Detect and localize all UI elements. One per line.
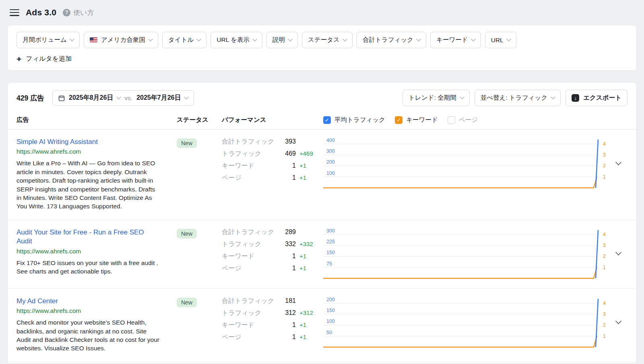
ad-row: My Ad Center https://www.ahrefs.com Chec… [8, 289, 636, 362]
svg-text:2: 2 [603, 253, 606, 259]
menu-icon[interactable] [10, 9, 19, 16]
chart-legend: ✓ 平均トラフィック ✓ キーワード ページ [323, 116, 609, 124]
results-count: 429 広告 [17, 93, 44, 103]
metric-value: 332 [277, 241, 296, 248]
metric-label: トラフィック [222, 309, 261, 317]
filter-keyword[interactable]: キーワード [430, 32, 481, 48]
svg-text:3: 3 [603, 311, 606, 317]
expand-row-button[interactable] [609, 297, 627, 348]
metric-value: 312 [277, 309, 296, 317]
toolbar-right: トレンド: 全期間 並べ替え: トラフィック ↓ エクスポート [402, 90, 627, 106]
svg-text:1: 1 [603, 264, 606, 270]
column-header-ad: 広告 [17, 116, 177, 124]
svg-text:150: 150 [326, 250, 335, 255]
metric-label: ページ [222, 264, 242, 273]
metric-label: キーワード [222, 162, 254, 170]
chevron-down-icon [460, 95, 464, 99]
plus-icon: + [17, 55, 21, 63]
metric-value: 1 [277, 174, 296, 181]
checkbox-keywords[interactable]: ✓ [395, 116, 402, 124]
legend-avg-traffic[interactable]: ✓ 平均トラフィック [323, 116, 385, 124]
filter-title[interactable]: タイトル [162, 32, 206, 48]
checkbox-pages[interactable] [448, 116, 455, 124]
column-header-status: ステータス [177, 116, 222, 124]
metric-delta: +1 [296, 333, 318, 340]
help-link[interactable]: ? 使い方 [63, 8, 94, 17]
ad-url: https://www.ahrefs.com [17, 248, 160, 255]
top-bar: Ads 3.0 ? 使い方 [0, 0, 644, 25]
metric-delta: +469 [296, 150, 318, 157]
metric-delta: +1 [296, 174, 318, 181]
metric-label: キーワード [222, 321, 254, 329]
date-to[interactable]: 2025年7月26日 [136, 94, 181, 102]
svg-text:200: 200 [326, 159, 335, 165]
performance-metrics: 合計トラフィック289 トラフィック332+332 キーワード1+1 ページ1+… [222, 228, 323, 276]
filter-status[interactable]: ステータス [302, 32, 353, 48]
ad-title-link[interactable]: Simple AI Writing Assistant [17, 138, 160, 146]
trend-select[interactable]: トレンド: 全期間 [402, 90, 470, 106]
metric-label: 合計トラフィック [222, 297, 274, 305]
svg-text:150: 150 [326, 308, 335, 313]
column-header-performance: パフォーマンス [222, 116, 323, 124]
svg-text:3: 3 [603, 152, 606, 158]
metric-value: 1 [277, 162, 296, 169]
ad-title-link[interactable]: Audit Your Site for Free - Run a Free SE… [17, 228, 160, 246]
metric-delta: +1 [296, 253, 318, 259]
date-range-picker[interactable]: 2025年8月26日 vs. 2025年7月26日 [52, 90, 194, 106]
metric-delta: +332 [296, 241, 318, 247]
metric-value: 289 [277, 228, 296, 236]
chevron-down-icon [551, 95, 555, 99]
filter-url[interactable]: URL [485, 32, 516, 48]
svg-text:4: 4 [603, 232, 606, 237]
date-from[interactable]: 2025年8月26日 [69, 94, 113, 102]
sort-select[interactable]: 並べ替え: トラフィック [475, 90, 561, 106]
chevron-down-icon [615, 318, 621, 325]
svg-text:300: 300 [326, 148, 335, 154]
metric-value: 1 [277, 321, 296, 329]
performance-metrics: 合計トラフィック181 トラフィック312+312 キーワード1+1 ページ1+… [222, 297, 323, 345]
metric-delta: +1 [296, 162, 318, 169]
export-button[interactable]: ↓ エクスポート [566, 90, 627, 106]
filter-display-url[interactable]: URL を表示 [211, 32, 262, 48]
filter-row: 月間ボリューム アメリカ合衆国 タイトル URL を表示 説明 ステータス 合計… [17, 32, 627, 48]
status-badge: New [177, 138, 197, 148]
metric-delta: +312 [296, 309, 318, 316]
metric-value: 1 [277, 253, 296, 260]
add-filter-button[interactable]: + フィルタを追加 [17, 55, 72, 63]
chevron-down-icon [117, 95, 121, 99]
chevron-down-icon [343, 37, 347, 41]
svg-text:200: 200 [326, 297, 335, 302]
legend-keywords[interactable]: ✓ キーワード [395, 116, 438, 124]
results-toolbar: 429 広告 2025年8月26日 vs. 2025年7月26日 トレンド: 全… [8, 82, 636, 112]
results-panel: 429 広告 2025年8月26日 vs. 2025年7月26日 トレンド: 全… [7, 82, 637, 364]
expand-row-button[interactable] [609, 138, 627, 189]
filter-country[interactable]: アメリカ合衆国 [84, 32, 158, 48]
filter-monthly-volume[interactable]: 月間ボリューム [17, 32, 80, 48]
metric-label: トラフィック [222, 240, 261, 249]
svg-text:2: 2 [603, 322, 606, 328]
vs-label: vs. [124, 95, 132, 102]
ad-title-link[interactable]: My Ad Center [17, 297, 160, 306]
trend-chart: 300422531502751 [323, 228, 609, 280]
chevron-down-icon [471, 37, 475, 41]
metric-label: 合計トラフィック [222, 138, 274, 146]
filter-description[interactable]: 説明 [266, 32, 298, 48]
checkbox-avg-traffic[interactable]: ✓ [323, 116, 331, 124]
svg-text:75: 75 [326, 261, 332, 266]
svg-text:50: 50 [326, 329, 332, 335]
metric-delta: +1 [296, 321, 318, 328]
chevron-down-icon [148, 37, 153, 41]
svg-text:400: 400 [326, 138, 335, 143]
chevron-down-icon [184, 95, 189, 99]
ad-row: Simple AI Writing Assistant https://www.… [8, 130, 636, 220]
chevron-down-icon [416, 37, 421, 41]
expand-row-button[interactable] [609, 228, 627, 280]
download-icon: ↓ [572, 94, 579, 102]
ad-row: Audit Your Site for Free - Run a Free SE… [8, 220, 636, 289]
chevron-down-icon [615, 249, 621, 256]
ad-url: https://www.ahrefs.com [17, 307, 160, 315]
legend-pages[interactable]: ページ [448, 116, 478, 124]
metric-label: 合計トラフィック [222, 228, 274, 236]
status-badge: New [177, 229, 197, 239]
filter-total-traffic[interactable]: 合計トラフィック [357, 32, 426, 48]
